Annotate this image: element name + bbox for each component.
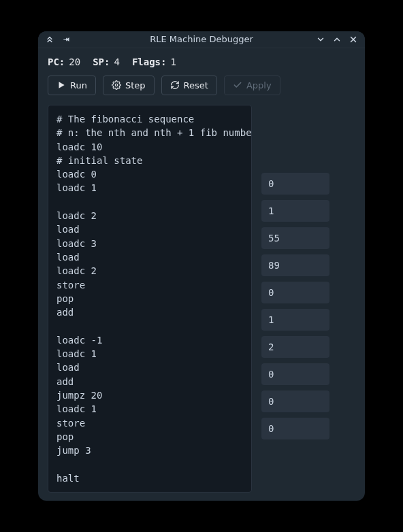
gear-icon <box>112 80 121 90</box>
step-button[interactable]: Step <box>103 76 155 95</box>
minimize-icon[interactable] <box>316 35 325 44</box>
flags-status: Flags: 1 <box>132 56 176 67</box>
titlebar: RLE Machine Debugger <box>38 31 365 48</box>
svg-point-3 <box>115 84 118 87</box>
stack-cell[interactable]: 0 <box>261 363 329 385</box>
titlebar-left <box>45 35 99 44</box>
apply-button-label: Apply <box>246 80 272 90</box>
svg-marker-2 <box>59 82 65 88</box>
stack-cell[interactable]: 0 <box>261 418 329 439</box>
stack-cell[interactable]: 1 <box>261 309 329 331</box>
play-icon <box>57 80 66 90</box>
app-window: RLE Machine Debugger PC: 20 SP: 4 <box>38 31 365 501</box>
maximize-icon[interactable] <box>332 35 342 44</box>
content-area: PC: 20 SP: 4 Flags: 1 Run <box>38 48 365 501</box>
chevrons-up-icon[interactable] <box>45 35 54 44</box>
reset-button-label: Reset <box>184 80 208 90</box>
stack-cell[interactable]: 89 <box>261 254 329 276</box>
window-title: RLE Machine Debugger <box>99 34 304 44</box>
stack-cell[interactable]: 0 <box>261 282 329 303</box>
apply-button[interactable]: Apply <box>224 76 280 95</box>
stack-cell[interactable]: 0 <box>261 390 329 412</box>
flags-value: 1 <box>170 56 176 67</box>
pc-status: PC: 20 <box>48 56 80 67</box>
run-button[interactable]: Run <box>48 76 96 95</box>
sp-label: SP: <box>93 56 110 67</box>
flags-label: Flags: <box>132 56 167 67</box>
check-icon <box>233 80 242 90</box>
stack-cell[interactable]: 0 <box>261 173 329 195</box>
titlebar-right <box>304 35 358 44</box>
pc-label: PC: <box>48 56 65 67</box>
reset-button[interactable]: Reset <box>161 76 217 95</box>
stack-cell[interactable]: 55 <box>261 227 329 249</box>
step-button-label: Step <box>125 80 146 90</box>
pin-icon[interactable] <box>61 35 71 44</box>
main-area: # The fibonacci sequence # n: the nth an… <box>48 105 355 493</box>
run-button-label: Run <box>70 80 87 90</box>
pc-value: 20 <box>69 56 80 67</box>
sp-value: 4 <box>114 56 119 67</box>
code-editor[interactable]: # The fibonacci sequence # n: the nth an… <box>48 105 252 493</box>
toolbar: Run Step Reset Apply <box>48 76 355 95</box>
stack-cell[interactable]: 1 <box>261 200 329 222</box>
close-icon[interactable] <box>349 35 358 44</box>
stack-cell[interactable]: 2 <box>261 336 329 358</box>
refresh-icon <box>170 80 180 90</box>
sp-status: SP: 4 <box>93 56 120 67</box>
stack-panel: 0 1 55 89 0 1 2 0 0 0 <box>261 105 355 493</box>
status-row: PC: 20 SP: 4 Flags: 1 <box>48 56 355 67</box>
